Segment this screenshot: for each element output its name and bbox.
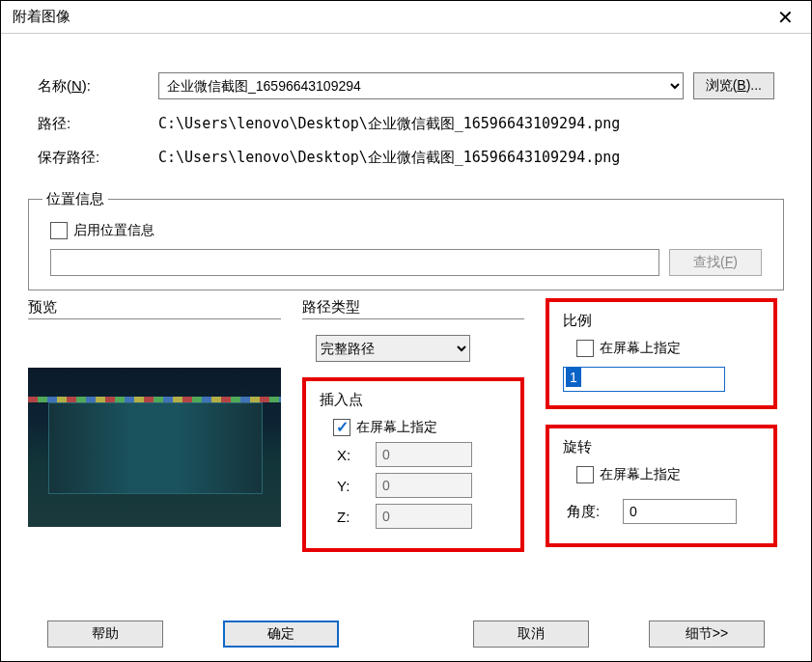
browse-button[interactable]: 浏览(B)... (693, 72, 774, 99)
y-input[interactable] (376, 473, 472, 498)
z-input[interactable] (376, 504, 472, 529)
insert-point-box: 插入点 在屏幕上指定 X: Y: Z: (302, 377, 524, 552)
scale-onscreen-row[interactable]: 在屏幕上指定 (576, 340, 760, 357)
enable-location-checkbox-row[interactable]: 启用位置信息 (50, 222, 762, 239)
scale-header: 比例 (563, 312, 760, 330)
pathtype-header: 路径类型 (302, 298, 524, 319)
preview-image (28, 368, 281, 527)
x-label: X: (337, 447, 376, 463)
y-label: Y: (337, 478, 376, 494)
scale-box: 比例 在屏幕上指定 1 (546, 298, 777, 409)
name-select[interactable]: 企业微信截图_16596643109294 (158, 72, 684, 99)
path-label: 路径: (38, 115, 149, 133)
insert-onscreen-checkbox[interactable] (333, 419, 350, 436)
rotate-onscreen-checkbox[interactable] (576, 466, 594, 483)
cancel-button[interactable]: 取消 (473, 621, 589, 648)
rotate-box: 旋转 在屏幕上指定 角度: (546, 425, 777, 547)
right-column: 比例 在屏幕上指定 1 旋转 在屏幕上指定 (546, 298, 777, 547)
close-icon[interactable]: ✕ (771, 6, 799, 29)
insert-onscreen-row[interactable]: 在屏幕上指定 (333, 419, 507, 436)
path-value: C:\Users\lenovo\Desktop\企业微信截图_165966431… (158, 115, 774, 133)
savepath-label: 保存路径: (38, 149, 149, 167)
scale-input[interactable]: 1 (563, 367, 725, 392)
location-fieldset: 位置信息 启用位置信息 查找(F) (28, 190, 784, 290)
rotate-onscreen-label: 在屏幕上指定 (600, 466, 681, 483)
top-section: 名称(N): 企业微信截图_16596643109294 浏览(B)... 路径… (28, 53, 784, 184)
dialog-title: 附着图像 (13, 8, 70, 26)
attach-image-dialog: 附着图像 ✕ 名称(N): 企业微信截图_16596643109294 浏览(B… (0, 0, 812, 662)
savepath-value: C:\Users\lenovo\Desktop\企业微信截图_165966431… (158, 149, 774, 167)
angle-label: 角度: (567, 503, 623, 521)
rotate-header: 旋转 (563, 438, 760, 456)
z-label: Z: (337, 509, 376, 525)
find-button: 查找(F) (669, 249, 762, 276)
detail-button[interactable]: 细节>> (649, 621, 765, 648)
pathtype-select[interactable]: 完整路径 (316, 335, 470, 362)
rotate-onscreen-row[interactable]: 在屏幕上指定 (576, 466, 760, 483)
help-button[interactable]: 帮助 (47, 621, 163, 648)
dialog-content: 名称(N): 企业微信截图_16596643109294 浏览(B)... 路径… (1, 34, 811, 552)
name-label: 名称(N): (38, 77, 149, 96)
insert-point-header: 插入点 (320, 391, 507, 409)
titlebar: 附着图像 ✕ (1, 1, 811, 34)
preview-header: 预览 (28, 298, 281, 319)
location-input[interactable] (50, 249, 659, 276)
mid-section: 预览 路径类型 完整路径 插入点 在屏幕上指定 X: (28, 298, 784, 552)
footer: 帮助 确定 取消 细节>> (1, 621, 811, 648)
middle-column: 路径类型 完整路径 插入点 在屏幕上指定 X: Y: (302, 298, 524, 552)
angle-input[interactable] (623, 499, 737, 524)
scale-onscreen-checkbox[interactable] (576, 340, 594, 357)
enable-location-checkbox[interactable] (50, 222, 68, 239)
x-input[interactable] (376, 442, 472, 467)
insert-onscreen-label: 在屏幕上指定 (356, 419, 437, 436)
scale-onscreen-label: 在屏幕上指定 (600, 340, 681, 357)
location-legend: 位置信息 (42, 190, 108, 208)
ok-button[interactable]: 确定 (223, 621, 339, 648)
enable-location-label: 启用位置信息 (73, 222, 154, 239)
preview-column: 预览 (28, 298, 281, 527)
